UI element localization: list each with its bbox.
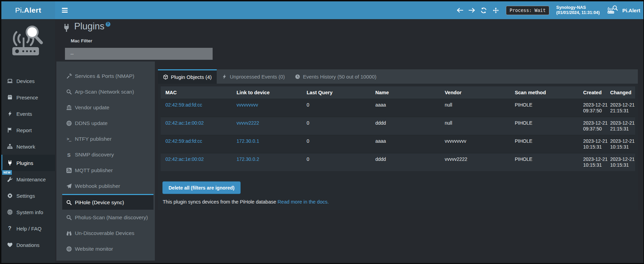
- tab-label: Plugin Objects (4): [171, 74, 212, 80]
- plugin-nav-pholus-scan[interactable]: Pholus-Scan (Name discovery): [62, 210, 153, 225]
- top-navbar: Pi.Alert Process: Wait Synology-NAS (01/…: [1, 1, 643, 19]
- device-link[interactable]: vvvvvvvvv: [237, 102, 258, 108]
- tab-area: Plugin Objects (4) Unprocessed Events (0…: [158, 61, 638, 261]
- plugin-nav-list: Services & Ports (NMAP) Arp-Scan (Networ…: [56, 61, 155, 261]
- app-logo[interactable]: Pi.Alert: [1, 1, 55, 19]
- mac-link[interactable]: 02:42:59:ad:fd:cc: [165, 102, 202, 108]
- sidebar-item-label: Settings: [16, 193, 35, 199]
- sidebar-item-label: Plugins: [16, 160, 33, 166]
- plugin-description: This plugin syncs devices from the PiHol…: [163, 199, 635, 205]
- bank-icon: [66, 105, 72, 111]
- calendar-icon: [7, 95, 13, 100]
- mac-link[interactable]: 02:42:ac:1e:00:02: [165, 120, 204, 126]
- changed-cell: 2023-12-2121:15:31: [605, 117, 635, 135]
- sidebar-item-presence[interactable]: Presence: [1, 89, 55, 106]
- sidebar-menu: Devices Presence Events Report Network: [1, 73, 55, 253]
- description-text: This plugin syncs devices from the PiHol…: [163, 199, 276, 205]
- paper-plane-icon: [66, 183, 72, 189]
- plugin-nav-website-monitor[interactable]: Website monitor: [62, 241, 153, 257]
- sidebar-item-system-info[interactable]: System info: [1, 204, 55, 220]
- device-link[interactable]: vvvvv2222: [237, 120, 259, 126]
- plugin-nav-webhook-publisher[interactable]: Webhook publisher: [62, 178, 153, 194]
- docs-link[interactable]: Read more in the docs.: [278, 199, 329, 205]
- vendor-cell: null: [440, 117, 510, 135]
- sidebar-item-label: Presence: [16, 95, 38, 100]
- plugin-nav-arp-scan[interactable]: Arp-Scan (Network scan): [62, 84, 153, 100]
- app-window: Pi.Alert Process: Wait Synology-NAS (01/…: [1, 1, 643, 263]
- col-mac[interactable]: MAC: [161, 86, 232, 99]
- new-badge: NEW: [2, 170, 12, 175]
- created-cell: 2023-12-2110:15:31: [578, 135, 605, 153]
- scan-method-cell: PIHOLE: [510, 135, 578, 153]
- plugin-objects-table: MAC Link to device Last Query Name Vendo…: [161, 86, 635, 171]
- sidebar-item-settings[interactable]: Settings: [1, 187, 55, 204]
- gear-icon: [7, 193, 13, 199]
- plugin-nav-undiscoverable[interactable]: Un-Discoverable Devices: [62, 225, 153, 241]
- col-link[interactable]: Link to device: [232, 86, 302, 99]
- help-badge[interactable]: ?: [106, 22, 110, 27]
- changed-cell: 2023-12-2121:15:31: [605, 99, 635, 117]
- sidebar-item-label: Donations: [16, 242, 40, 248]
- delete-all-button[interactable]: Delete all (filters are ignored): [162, 181, 241, 194]
- s-icon: S: [66, 152, 72, 158]
- sidebar-item-label: Events: [16, 111, 32, 117]
- name-cell: aaaa: [371, 135, 440, 153]
- table-row: 02:42:ac:1e:00:02 172.30.0.2 0 dddd vvvv…: [161, 153, 635, 171]
- tab-events-history[interactable]: Events History (50 out of 10000): [290, 69, 381, 84]
- plugin-nav-mqtt-publisher[interactable]: MQTT publisher: [62, 163, 153, 178]
- binoculars-icon: [66, 231, 72, 236]
- plugin-nav-pihole[interactable]: PiHole (Device sync): [62, 194, 153, 210]
- device-link[interactable]: 172.30.0.1: [237, 138, 259, 144]
- sidebar-item-donations[interactable]: Donations: [1, 237, 55, 253]
- last-query-cell: 0: [302, 99, 371, 117]
- mac-link[interactable]: 02:42:ac:1e:00:02: [165, 156, 204, 162]
- clock-icon: [295, 74, 300, 79]
- col-last-query[interactable]: Last Query: [302, 86, 371, 99]
- sidebar-item-events[interactable]: Events: [1, 106, 55, 122]
- tab-plugin-objects[interactable]: Plugin Objects (4): [158, 69, 217, 84]
- col-name[interactable]: Name: [371, 86, 440, 99]
- col-scan-method[interactable]: Scan method: [510, 86, 578, 99]
- wrench-icon: [7, 177, 13, 182]
- mac-link[interactable]: 02:42:59:ad:fd:cc: [165, 138, 202, 144]
- last-query-cell: 0: [302, 117, 371, 135]
- nav-forward-icon[interactable]: [466, 8, 478, 13]
- sidebar-item-devices[interactable]: Devices: [1, 73, 55, 89]
- flag-icon: [7, 127, 13, 133]
- col-created[interactable]: Created: [578, 86, 605, 99]
- last-query-cell: 0: [302, 135, 371, 153]
- plugin-nav-snmp-discovery[interactable]: S SNMP discovery: [62, 147, 153, 163]
- search-icon: [66, 199, 72, 205]
- plugin-nav-ddns-update[interactable]: DDNS update: [62, 115, 153, 131]
- sidebar-item-plugins[interactable]: Plugins: [1, 155, 55, 171]
- mac-filter-input[interactable]: [65, 48, 213, 60]
- plugin-nav-ntfy-publisher[interactable]: >_ NTFY publisher: [62, 131, 153, 147]
- sidebar-item-label: Help / FAQ: [16, 226, 41, 232]
- name-cell: dddd: [371, 153, 440, 171]
- vendor-cell: null: [440, 99, 510, 117]
- plugin-nav-label: PiHole (Device sync): [75, 199, 124, 206]
- sidebar-toggle-icon[interactable]: [62, 7, 68, 13]
- plugin-nav-services-ports[interactable]: Services & Ports (NMAP): [62, 68, 153, 84]
- plugin-nav-vendor-update[interactable]: Vendor update: [62, 100, 153, 115]
- search-icon: [66, 89, 72, 95]
- col-changed[interactable]: Changed: [605, 86, 635, 99]
- plugin-nav-label: NTFY publisher: [75, 136, 111, 142]
- tab-unprocessed-events[interactable]: Unprocessed Events (0): [217, 69, 290, 84]
- plugin-nav-label: Arp-Scan (Network scan): [75, 89, 134, 95]
- sidebar-item-help-faq[interactable]: ? Help / FAQ: [1, 220, 55, 237]
- nav-move-icon[interactable]: [490, 8, 502, 13]
- nav-back-icon[interactable]: [454, 8, 466, 13]
- created-cell: 2023-12-2109:37:50: [578, 117, 605, 135]
- nav-refresh-icon[interactable]: [478, 8, 490, 13]
- col-vendor[interactable]: Vendor: [440, 86, 510, 99]
- logo-suffix: .Alert: [22, 6, 41, 14]
- tab-pane: MAC Link to device Last Query Name Vendo…: [158, 84, 638, 210]
- pialert-mini-logo-icon: [607, 5, 618, 15]
- device-link[interactable]: 172.30.0.2: [237, 156, 259, 162]
- sidebar-item-report[interactable]: Report: [1, 122, 55, 138]
- sidebar-item-network[interactable]: Network: [1, 138, 55, 155]
- page-title: Plugins: [74, 21, 105, 32]
- plugin-nav-label: SNMP discovery: [75, 152, 114, 158]
- laptop-icon: [7, 78, 13, 84]
